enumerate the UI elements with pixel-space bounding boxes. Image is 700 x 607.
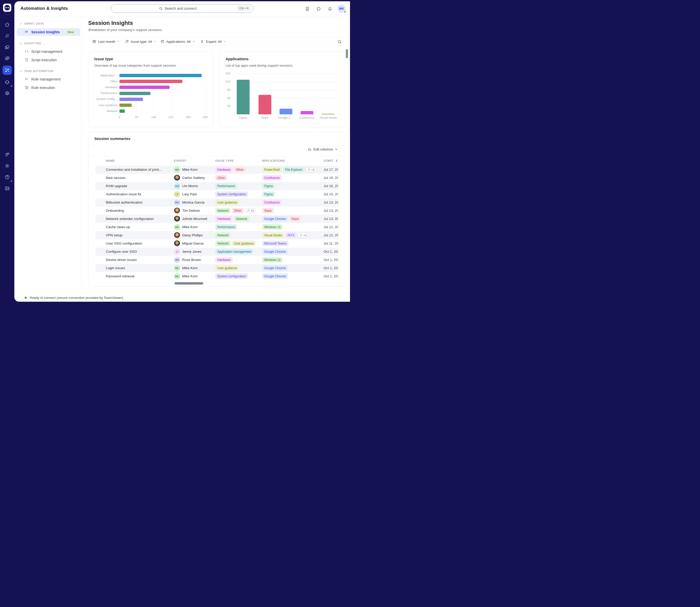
column-header-applications[interactable]: APPLICATIONS (262, 159, 324, 162)
column-header-expert[interactable]: EXPERT (174, 159, 215, 162)
more-tags-badge: +1 (298, 233, 309, 238)
session-name: User SSO configuration (106, 242, 174, 245)
search-icon (337, 40, 343, 44)
rail-footer-items (3, 150, 11, 192)
sidebar: SMART DATA Session Insights New SCRIPTIN… (14, 16, 82, 293)
filter-applications-all[interactable]: Applications: All (160, 37, 195, 46)
column-header-start[interactable]: START (324, 159, 338, 162)
tag-figma: Figma (262, 183, 275, 189)
expert-cell: RBRose Brown (174, 257, 215, 263)
chart-title: Issue type (94, 57, 113, 61)
sidebar-item-rule-management[interactable]: Rule management (17, 76, 80, 83)
avatar-photo (174, 175, 180, 181)
filter-bar: Last month Issue type: All Applications:… (82, 37, 350, 46)
table-search-button[interactable] (337, 39, 343, 45)
rail-help-button[interactable] (3, 173, 11, 181)
issue-type-cell: Other (215, 175, 262, 181)
tag-powershell: PowerShell (262, 167, 282, 172)
tag-windows-11: Windows 11 (262, 257, 283, 263)
start-date: Jul 11, 202 (324, 242, 338, 245)
rail-community-button[interactable] (3, 150, 11, 159)
sidebar-item-rule-execution[interactable]: Rule execution (17, 84, 80, 91)
tag-intx: INTX (285, 232, 297, 238)
start-date: Jul 13, 20 (324, 217, 338, 221)
user-avatar[interactable]: MK (337, 5, 346, 13)
rail-automation-insights-button[interactable] (3, 66, 12, 75)
avatar-photo (174, 232, 180, 238)
edit-columns-label: Edit columns (313, 147, 333, 151)
apps-icon (160, 40, 165, 44)
filter-expert-all[interactable]: Expert: All (200, 37, 226, 46)
y-tick: 150 (222, 72, 231, 75)
rail-service-queue-button[interactable] (3, 78, 11, 86)
edit-columns-button[interactable]: Edit columns (307, 147, 338, 151)
gridline (154, 73, 154, 116)
nav-section-0[interactable]: SMART DATA (14, 22, 82, 26)
table-row[interactable]: Authentication issue fix LPLary Pam Syst… (95, 190, 338, 198)
filter-issue-type-all[interactable]: Issue type: All (125, 37, 156, 46)
table-row[interactable]: Connection and installation of print… MK… (95, 166, 338, 174)
expert-cell: Johnie Mconnell (174, 216, 215, 222)
rail-monitoring-button[interactable] (3, 89, 11, 98)
app-title: Automation & Insights (21, 6, 68, 11)
rail-connections-button[interactable] (3, 32, 11, 40)
nav-section-1[interactable]: SCRIPTING (14, 41, 82, 46)
session-name: New session (106, 176, 174, 180)
table-row[interactable]: RAM upgrade UMUni Morris Performance Fig… (95, 182, 338, 190)
sidebar-item-session-insights[interactable]: Session Insights New (17, 28, 80, 36)
column-header-name[interactable]: NAME (106, 159, 174, 162)
table-row[interactable]: Network extender configuration Johnie Mc… (95, 215, 338, 223)
table-row[interactable]: User SSO configuration Miguel Garcia Net… (95, 239, 338, 248)
filter-last-month[interactable]: Last month (92, 37, 119, 46)
contacts-button[interactable] (303, 4, 312, 13)
rail-devices-button[interactable] (3, 43, 11, 51)
tag-hardware: Hardware (215, 167, 233, 172)
horizontal-scrollbar[interactable] (174, 282, 203, 285)
rail-expand-panel-button[interactable] (3, 184, 11, 192)
table-row[interactable]: Bitbucket authentication MGMonica Garcia… (95, 198, 338, 207)
filter-label: Issue type: All (131, 40, 152, 44)
rail-home-button[interactable] (3, 21, 11, 29)
expert-name: Lary Pam (182, 192, 197, 196)
rail-remote-sessions-button[interactable] (3, 54, 11, 63)
rail-settings-button[interactable] (3, 162, 11, 170)
bar-performance (119, 92, 150, 95)
vertical-scrollbar[interactable] (346, 49, 348, 58)
search-bar[interactable]: Ctrl + K (111, 4, 254, 13)
tag-file-explorer: File Explorer (283, 167, 304, 172)
sidebar-item-label: Script execution (31, 58, 57, 62)
main-content: Session Insights Breakdown of your compa… (82, 16, 350, 293)
expert-name: Uni Morris (182, 184, 198, 188)
tag-visual-studio: Visual Studio (262, 232, 284, 238)
table-row[interactable]: VPN setup Daisy Phillips Network Visual … (95, 231, 338, 239)
bar-google-c- (280, 109, 292, 114)
table-row[interactable]: Cache clean-up MKMike Korn Performance W… (95, 223, 338, 231)
search-input[interactable] (165, 6, 206, 11)
table-row[interactable]: Login issues MKMike Korn User guidance G… (95, 264, 338, 272)
notifications-button[interactable] (325, 4, 334, 13)
chart-subtitle: List of top apps used during support ses… (225, 64, 293, 67)
sidebar-item-script-execution[interactable]: Script execution (17, 56, 80, 64)
table-row[interactable]: Password retrieval MKMike Korn System co… (95, 272, 338, 280)
tag-confluence: Confluence (262, 200, 282, 205)
script-run-icon (25, 58, 29, 62)
teamviewer-logo[interactable] (3, 4, 11, 12)
nav-section-2[interactable]: TASK AUTOMATION (14, 69, 82, 73)
sidebar-item-script-management[interactable]: Script management (17, 48, 80, 55)
new-badge: New (65, 30, 76, 34)
table-row[interactable]: Device driver issues RBRose Brown Hardwa… (95, 256, 338, 264)
automation-insights-icon (4, 67, 10, 73)
start-date: Jul 12, 20 (324, 225, 338, 229)
calendar-icon (92, 40, 96, 44)
checklist-icon (25, 77, 29, 81)
column-header-issue-type[interactable]: ISSUE TYPE (215, 159, 262, 162)
expert-name: Rose Brown (182, 258, 201, 262)
table-row[interactable]: Configure user SSO JJJenny Jones Applica… (95, 248, 338, 256)
start-date: Oct 1, 202 (324, 274, 338, 278)
table-row[interactable]: Onboarding Tim Deboer NetworkOther+3 Sla… (95, 207, 338, 215)
chat-button[interactable] (314, 4, 323, 13)
expert-name: Monica Garcia (182, 201, 204, 204)
issue-type-cell: System configuration (215, 273, 262, 279)
table-row[interactable]: New session Carlos Salttery Other Conflu… (95, 174, 338, 182)
session-name: Bitbucket authentication (106, 201, 174, 204)
